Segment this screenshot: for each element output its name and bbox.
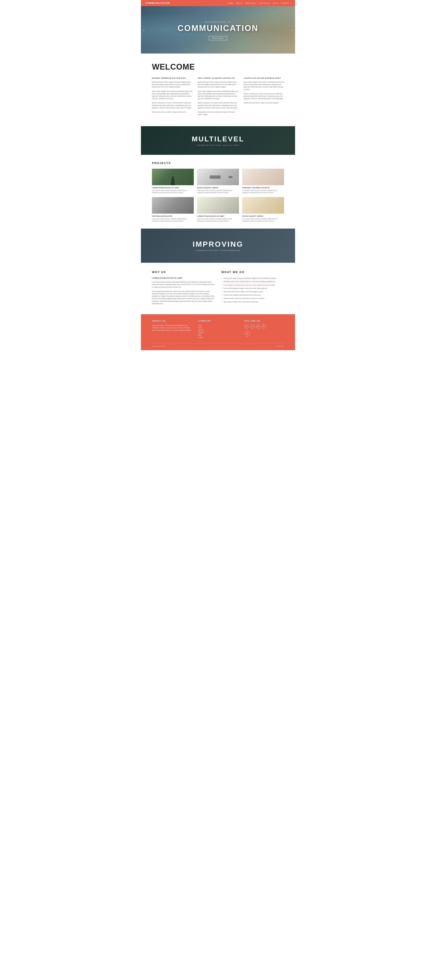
social-icon-twitter[interactable]: tw [256,324,260,329]
project-title-2: PRAESENT VESTIBULU OLESTIE [242,187,284,189]
social-icon-linkedin[interactable]: in [250,324,255,329]
nav-contact[interactable]: CONTACT [281,2,291,4]
footer-company-links: HomeAboutServicesProjectsBlogContact [198,324,238,339]
welcome-col1-para4: Dones porta diam eu malise. Quisque diam… [152,111,192,113]
project-desc-4: Lorem ipsum dolor sit amet consectetur a… [197,218,239,222]
welcome-col-1: MAURIS FERMEUM DICTUM MAG Mauris fermeum… [152,77,192,118]
footer-about-col: ABOUT US Lorem ipsum dolor sit amet cons… [152,320,192,339]
footer-bottom: Communication © 2014 Privacy Policy [152,343,284,347]
welcome-col1-heading: MAURIS FERMEUM DICTUM MAG [152,77,192,79]
footer-follow-col: FOLLOW US g+ in tw fb © [244,320,284,339]
footer-company-link-0[interactable]: Home [198,324,238,326]
hero-read-more-button[interactable]: READ MORE [209,36,227,40]
multilevel-subtitle: COMMUNICATIONS SOLUTIONS [192,144,244,146]
project-desc-0: Lorem ipsum dolor sit amet consectetur a… [152,189,194,194]
what-list-item-3: Cras ut finibs pharetra magna. Donec acc… [221,287,284,290]
welcome-col2-heading: SED LOREET ALIQUAM LEOTELLUS [198,77,238,79]
footer-about-heading: ABOUT US [152,320,192,322]
what-list-item-4: Mauris fermeum dictum magna. Sed loreet … [221,291,284,293]
what-we-do-list: Lorem ipsum dolor sit amet consectetuer … [221,277,284,303]
social-icon-gplus[interactable]: g+ [244,324,249,329]
footer-follow-heading: FOLLOW US [244,320,284,322]
welcome-section: WELCOME MAURIS FERMEUM DICTUM MAG Mauris… [141,54,295,126]
welcome-col2-para2: Quisc turpis. Integer rutrum ante eu lac… [198,90,238,100]
welcome-columns: MAURIS FERMEUM DICTUM MAG Mauris fermeum… [152,77,284,118]
footer-company-link-4[interactable]: Blog [198,334,238,336]
project-image-2 [242,169,284,185]
social-icon-copyright[interactable]: © [244,331,250,337]
header-logo: COMMUNICATION [145,2,170,5]
welcome-title: WELCOME [152,62,284,72]
header-nav: HOME ABOUT SERVICES PROJECTS BLOG CONTAC… [228,2,291,4]
project-item-1[interactable]: FUSCE SUSCIPIT VARIUS Lorem ipsum dolor … [197,169,239,194]
footer: ABOUT US Lorem ipsum dolor sit amet cons… [141,314,295,350]
welcome-col3-heading: LEOTELLUS DOLOR DAPIBUS EGET [244,77,284,79]
project-desc-5: Lorem ipsum dolor sit amet consectetur a… [242,218,284,222]
welcome-col1-para1: Mauris fermeum dictum magna. Sed loreet … [152,81,192,88]
improving-subtitle: COMMUNICATION PERFORMANCE [193,250,243,251]
footer-privacy-link[interactable]: Privacy Policy [276,345,284,347]
project-title-4: LOREM IPSUM DOLOR SIT AMET [197,215,239,217]
nav-home[interactable]: HOME [228,2,234,4]
what-list-item-7: Quisc turpis. Integer rutrum ante velit … [221,301,284,303]
what-we-do-column: WHAT WE DO Lorem ipsum dolor sit amet co… [221,270,284,307]
why-us-subheading: LOREM IPSUM DOLOR SIT AMET [152,277,215,279]
project-item-5[interactable]: FUSCE SUSCIPIT VARIUS Lorem ipsum dolor … [242,197,284,222]
hero-subtitle: MASTERPIECE IN [205,21,231,23]
project-title-1: FUSCE SUSCIPIT VARIUS [197,187,239,189]
why-us-heading: WHY US [152,270,215,274]
what-list-item-6: Aenean auctor velit velit in elementum v… [221,297,284,299]
header: COMMUNICATION HOME ABOUT SERVICES PROJEC… [141,0,295,6]
what-we-do-heading: WHAT WE DO [221,270,284,274]
project-item-2[interactable]: PRAESENT VESTIBULU OLESTIE Lorem ipsum d… [242,169,284,194]
project-image-0 [152,169,194,185]
project-desc-3: Lorem ipsum dolor sit amet consectetur a… [152,218,194,222]
welcome-col2-para1: Mauris fermeum dictum magna. Sed loreet … [198,81,238,88]
projects-heading: PROJECTS [152,161,284,165]
footer-company-link-3[interactable]: Projects [198,331,238,334]
project-item-0[interactable]: LOREM IPSUM DOLOR SIT AMET Lorem ipsum d… [152,169,194,194]
footer-copyright: Communication © 2014 [152,345,166,347]
improving-title: IMPROVING [193,240,243,248]
welcome-col3-para3: Mauris fermeum dictum magna. Sed loreet … [244,102,284,104]
what-list-item-5: Ut tellus dolor dapibus eget elementum v… [221,294,284,296]
nav-blog[interactable]: BLOG [273,2,278,4]
footer-company-col: COMPANY HomeAboutServicesProjectsBlogCon… [198,320,238,339]
project-image-5 [242,197,284,214]
hero-next-arrow[interactable]: › [291,27,293,32]
why-us-para2: Fusce feugiat malesuada odio. Morbi nunc… [152,290,215,305]
footer-social-icons: g+ in tw fb [244,324,284,329]
multilevel-banner: MULTILEVEL COMMUNICATIONS SOLUTIONS [141,126,295,155]
improving-banner: IMPROVING COMMUNICATION PERFORMANCE [141,229,295,263]
what-list-item-0: Lorem ipsum dolor sit amet consectetuer … [221,277,284,280]
welcome-col1-para3: Eprisn in faucibus orci luctus et trices… [152,102,192,109]
project-desc-1: Lorem ipsum dolor sit amet consectetur a… [197,189,239,194]
footer-company-link-5[interactable]: Contact [198,336,238,339]
footer-company-link-1[interactable]: About [198,326,238,329]
why-us-para1: Lorem ipsum dolor sit amet consectetuer … [152,281,215,288]
hero-content: MASTERPIECE IN COMMUNICATION READ MORE [178,20,258,40]
project-title-0: LOREM IPSUM DOLOR SIT AMET [152,187,194,189]
what-list-item-1: Phasellus porta. Fusce suscipit varius m… [221,280,284,283]
projects-grid: LOREM IPSUM DOLOR SIT AMET Lorem ipsum d… [152,169,284,222]
welcome-col1-para2: Quisc turpis. Integer rutrum ante eu lac… [152,90,192,100]
hero-prev-arrow[interactable]: ‹ [143,27,145,32]
social-icon-facebook[interactable]: fb [262,324,266,329]
project-title-5: FUSCE SUSCIPIT VARIUS [242,215,284,217]
welcome-col-3: LEOTELLUS DOLOR DAPIBUS EGET Quisc turpi… [244,77,284,118]
welcome-col-2: SED LOREET ALIQUAM LEOTELLUS Mauris ferm… [198,77,238,118]
project-item-4[interactable]: LOREM IPSUM DOLOR SIT AMET Lorem ipsum d… [197,197,239,222]
project-item-3[interactable]: VESTIBULUM MOLESTIE Lorem ipsum dolor si… [152,197,194,222]
welcome-col3-para2: Eprisn in faucibus orci luctus et trices… [244,92,284,100]
why-what-section: WHY US LOREM IPSUM DOLOR SIT AMET Lorem … [141,263,295,314]
why-us-column: WHY US LOREM IPSUM DOLOR SIT AMET Lorem … [152,270,215,307]
project-image-4 [197,197,239,214]
nav-about[interactable]: ABOUT [236,2,243,4]
footer-top: ABOUT US Lorem ipsum dolor sit amet cons… [152,320,284,339]
nav-services[interactable]: SERVICES [245,2,257,4]
hero-section: ‹ MASTERPIECE IN COMMUNICATION READ MORE… [141,6,295,54]
nav-projects[interactable]: PROJECTS [259,2,271,4]
footer-company-link-2[interactable]: Services [198,329,238,331]
project-title-3: VESTIBULUM MOLESTIE [152,215,194,217]
projects-section: PROJECTS LOREM IPSUM DOLOR SIT AMET Lore… [141,155,295,229]
